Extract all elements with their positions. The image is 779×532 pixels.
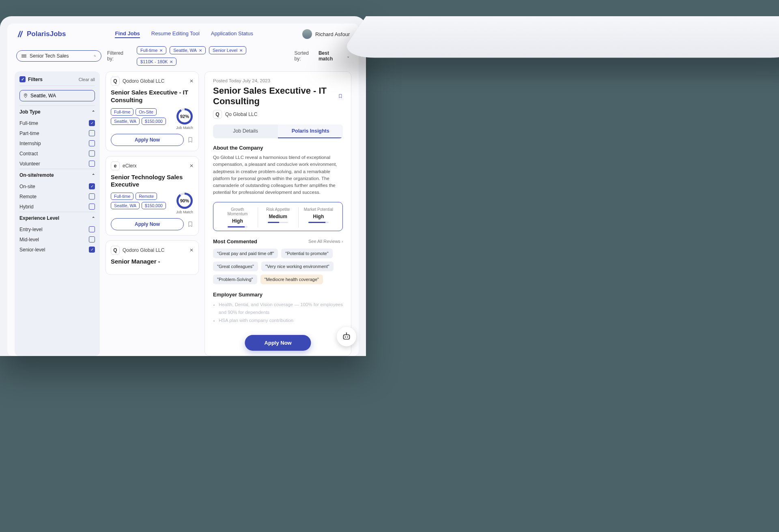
search-input[interactable] [30,53,90,59]
job-company: Qodoro Global LLC [123,247,164,253]
nav-find-jobs[interactable]: Find Jobs [115,30,140,38]
filter-group-header[interactable]: Experience Level⌃ [19,215,95,221]
job-match-donut: 92%Job Match [176,108,194,130]
chip-remove-icon[interactable]: ✕ [239,48,243,53]
checkbox[interactable] [89,236,95,242]
chip-remove-icon[interactable]: ✕ [199,48,202,53]
search-icon[interactable] [94,53,96,59]
checkbox[interactable] [89,150,95,157]
location-pin-icon [23,93,28,98]
filter-chip[interactable]: Seattle, WA✕ [170,46,206,54]
close-icon[interactable]: ✕ [189,163,194,169]
metric-label: Risk Appetite [261,207,295,212]
nav-app-status[interactable]: Application Status [211,30,253,38]
filter-chip[interactable]: $110K - 180K✕ [137,58,176,66]
job-card[interactable]: QQodoro Global LLC✕Senior Sales Executiv… [105,71,199,151]
about-heading: About the Company [213,145,343,151]
location-input[interactable] [30,93,91,99]
apply-now-button[interactable]: Apply Now [245,335,311,351]
topbar: PolarisJobs Find Jobs Resume Editing Too… [7,24,359,43]
filter-item-label: Volunteer [19,161,40,167]
summary-item: HSA plan with company contribution [219,317,343,325]
chat-fab[interactable] [337,327,356,346]
checkbox[interactable] [89,247,95,253]
filter-group-header[interactable]: Job Type⌃ [19,109,95,115]
chip-label: Senior Level [213,48,237,53]
job-card[interactable]: QQodoro Global LLC✕Senior Manager - [105,240,199,275]
see-all-reviews-link[interactable]: See All Reviews › [308,239,343,244]
chip-remove-icon[interactable]: ✕ [170,60,173,64]
job-title: Senior Sales Executive - IT Consulting [111,89,194,104]
chip-remove-icon[interactable]: ✕ [159,48,163,53]
employer-summary-list: Health, Dental, and Vision coverage — 10… [213,301,343,325]
menu-icon[interactable] [22,54,26,58]
checkbox[interactable] [89,226,95,232]
filter-item[interactable]: Entry-level [19,224,95,234]
filter-chip[interactable]: Full-time✕ [137,46,166,54]
comment-pill[interactable]: "Great colleagues" [213,262,258,271]
bookmark-icon[interactable] [187,137,194,143]
company-logo: e [111,161,120,170]
filter-item[interactable]: Hybrid [19,202,95,212]
checkbox[interactable] [89,140,95,146]
brand-logo-icon [16,30,24,38]
filter-item[interactable]: Internship [19,138,95,148]
filter-item[interactable]: Part-time [19,128,95,138]
filter-item[interactable]: Mid-level [19,234,95,245]
filter-item[interactable]: Senior-level [19,245,95,255]
detail-company[interactable]: Q Qo Global LLC [213,110,343,119]
close-icon[interactable]: ✕ [189,78,194,84]
checkbox[interactable] [89,183,95,189]
job-card[interactable]: eeClerx✕Senior Technology Sales Executiv… [105,156,199,236]
sort-selector[interactable]: Sorted by: Best match ⌄ [295,50,350,62]
apply-button[interactable]: Apply Now [111,134,184,146]
filter-item-label: Internship [19,141,41,146]
job-match-donut: 90%Job Match [176,193,194,214]
company-logo: Q [213,110,222,119]
filter-item-label: Hybrid [19,204,34,210]
chip-label: Full-time [140,48,157,53]
apply-button[interactable]: Apply Now [111,218,184,230]
most-commented-heading: Most Commented [213,238,257,245]
job-tag: Full-time [111,108,133,116]
brand[interactable]: PolarisJobs [16,30,66,38]
tab-polaris-insights[interactable]: Polaris Insights [278,124,343,138]
user-menu[interactable]: Richard Asfour [302,29,350,39]
sort-value: Best match [318,50,344,62]
metric-value: High [302,214,336,219]
checkbox[interactable] [89,193,95,200]
location-input-box[interactable] [19,90,95,101]
bookmark-icon[interactable] [187,221,194,227]
metric-value: Medium [261,214,295,219]
filter-item[interactable]: Full-time [19,118,95,128]
nav-resume-tool[interactable]: Resume Editing Tool [151,30,200,38]
tab-job-details[interactable]: Job Details [213,124,278,138]
clear-all-button[interactable]: Clear all [79,77,95,82]
filter-group-header[interactable]: On-site/remote⌃ [19,172,95,178]
job-tag: Remote [136,193,157,200]
search-box[interactable] [16,50,101,62]
filter-item-label: Remote [19,194,37,200]
filter-item[interactable]: Contract [19,148,95,159]
comment-pill[interactable]: "Potential to promote" [281,249,332,258]
filter-chip[interactable]: Senior Level✕ [209,46,246,54]
comment-pill[interactable]: "Mediocre health coverage" [260,275,323,284]
filters-toggle-icon[interactable] [19,76,26,82]
bot-icon [341,331,352,342]
filter-item-label: Mid-level [19,237,39,242]
filtered-by-label: Filtered by: [107,50,131,62]
comment-pill[interactable]: "Problem-Solving" [213,275,257,284]
checkbox[interactable] [89,120,95,126]
checkbox[interactable] [89,161,95,167]
filter-item[interactable]: On-site [19,181,95,191]
comment-pill[interactable]: "Great pay and paid time off" [213,249,278,258]
bookmark-icon[interactable] [338,93,343,99]
checkbox[interactable] [89,204,95,210]
filter-item[interactable]: Volunteer [19,159,95,169]
filter-item[interactable]: Remote [19,191,95,202]
metric-value: High [221,218,254,224]
close-icon[interactable]: ✕ [189,247,194,253]
checkbox[interactable] [89,130,95,136]
comment-pill[interactable]: "Very nice working environment" [261,262,334,271]
brand-name: PolarisJobs [27,30,66,38]
